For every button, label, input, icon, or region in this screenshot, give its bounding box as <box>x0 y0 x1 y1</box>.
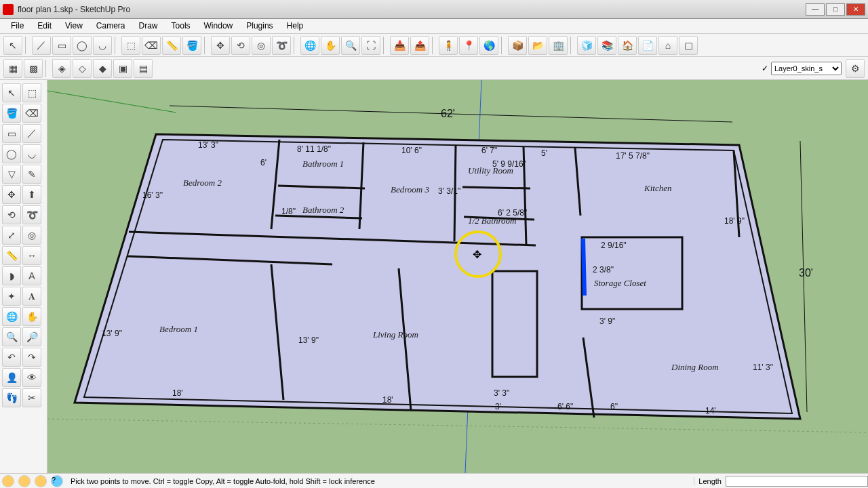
blank-icon[interactable]: ▢ <box>679 36 698 55</box>
svg-text:6' 6": 6' 6" <box>557 402 573 411</box>
status-icon-2[interactable] <box>18 475 31 487</box>
layer-manager-icon[interactable]: ⚙ <box>846 59 865 78</box>
side-rect-icon[interactable]: ▭ <box>2 124 21 143</box>
house-icon[interactable]: 🏠 <box>618 36 637 55</box>
toolbar-secondary: ▦ ▩ ◈ ◇ ◆ ▣ ▤ ✓ Layer0_skin_s ⚙ <box>0 57 868 80</box>
sandbox2-icon[interactable]: ▩ <box>24 59 43 78</box>
side-section-icon[interactable]: ✂ <box>22 388 41 407</box>
sandbox1-icon[interactable]: ▦ <box>3 59 22 78</box>
select-icon[interactable]: ↖ <box>3 36 22 55</box>
side-select-icon[interactable]: ↖ <box>2 83 21 102</box>
tape-icon[interactable]: 📏 <box>162 36 181 55</box>
svg-text:13' 3": 13' 3" <box>198 140 218 150</box>
side-tape-icon[interactable]: 📏 <box>2 246 21 265</box>
building-icon[interactable]: 🏢 <box>549 36 568 55</box>
side-move-icon[interactable]: ✥ <box>2 185 21 204</box>
component-icon[interactable]: 🧊 <box>577 36 596 55</box>
side-protractor-icon[interactable]: ◗ <box>2 266 21 285</box>
offset-icon[interactable]: ◎ <box>252 36 271 55</box>
side-circle-icon[interactable]: ◯ <box>2 144 21 163</box>
menu-file[interactable]: File <box>4 19 31 33</box>
side-eraser-icon[interactable]: ⌫ <box>22 104 41 123</box>
layer-selector: ✓ Layer0_skin_s ⚙ <box>762 58 865 79</box>
menu-window[interactable]: Window <box>197 19 240 33</box>
menu-camera[interactable]: Camera <box>90 19 132 33</box>
share-model-icon[interactable]: 📤 <box>410 36 429 55</box>
roof-icon[interactable]: ⌂ <box>658 36 677 55</box>
side-zoomwin-icon[interactable]: 🔎 <box>22 327 41 346</box>
close-button[interactable]: ✕ <box>846 3 865 16</box>
sandbox4-icon[interactable]: ◇ <box>73 59 92 78</box>
group-icon[interactable]: 📚 <box>597 36 616 55</box>
menu-draw[interactable]: Draw <box>132 19 165 33</box>
side-walk-icon[interactable]: 👣 <box>2 388 21 407</box>
maximize-button[interactable]: □ <box>826 3 845 16</box>
sandbox5-icon[interactable]: ◆ <box>93 59 112 78</box>
circle-icon[interactable]: ◯ <box>73 36 92 55</box>
move-icon[interactable]: ✥ <box>211 36 230 55</box>
help-icon[interactable]: ? <box>51 475 63 487</box>
side-scale-icon[interactable]: ⤢ <box>2 226 21 245</box>
length-input[interactable] <box>726 476 868 487</box>
side-orbit-icon[interactable]: 🌐 <box>2 307 21 326</box>
status-icon-3[interactable] <box>35 475 47 487</box>
viewport[interactable]: 62' 30' <box>47 80 868 473</box>
line-icon[interactable]: ／ <box>32 36 51 55</box>
zoom-icon[interactable]: 🔍 <box>341 36 360 55</box>
import-icon[interactable]: 📂 <box>528 36 547 55</box>
svg-text:3' 3/1": 3' 3/1" <box>438 186 460 196</box>
side-rotate-icon[interactable]: ⟲ <box>2 205 21 224</box>
pushpull-icon[interactable]: ⬚ <box>121 36 140 55</box>
zoom-extents-icon[interactable]: ⛶ <box>361 36 380 55</box>
sandbox7-icon[interactable]: ▤ <box>134 59 153 78</box>
get-models-icon[interactable]: 📥 <box>390 36 409 55</box>
side-arc-icon[interactable]: ◡ <box>22 144 41 163</box>
eraser-icon[interactable]: ⌫ <box>142 36 161 55</box>
page-icon[interactable]: 📄 <box>638 36 657 55</box>
paint-icon[interactable]: 🪣 <box>182 36 201 55</box>
sandbox6-icon[interactable]: ▣ <box>113 59 132 78</box>
status-icon-1[interactable] <box>2 475 14 487</box>
side-line-icon[interactable]: ／ <box>22 124 41 143</box>
svg-text:2 3/8": 2 3/8" <box>593 265 614 274</box>
globe-icon[interactable]: 🌎 <box>479 36 498 55</box>
side-offset-icon[interactable]: ◎ <box>22 226 41 245</box>
side-look-icon[interactable]: 👁 <box>22 368 41 387</box>
side-text-icon[interactable]: A <box>22 266 41 285</box>
side-3dtext-icon[interactable]: 𝐀 <box>22 287 41 306</box>
arc-icon[interactable]: ◡ <box>93 36 112 55</box>
rotate-icon[interactable]: ⟲ <box>231 36 250 55</box>
side-prev-icon[interactable]: ↶ <box>2 348 21 367</box>
side-axes-icon[interactable]: ✦ <box>2 287 21 306</box>
side-pushpull-icon[interactable]: ⬆ <box>22 185 41 204</box>
side-position-icon[interactable]: 👤 <box>2 368 21 387</box>
svg-text:10' 6": 10' 6" <box>401 146 422 155</box>
side-follow-icon[interactable]: ➰ <box>22 205 41 224</box>
layer-dropdown[interactable]: Layer0_skin_s <box>771 62 842 75</box>
orbit-icon[interactable]: 🌐 <box>300 36 319 55</box>
side-pan-icon[interactable]: ✋ <box>22 307 41 326</box>
statusbar: ? Pick two points to move. Ctrl = toggle… <box>0 473 868 488</box>
place-icon[interactable]: 📍 <box>459 36 478 55</box>
side-poly-icon[interactable]: ▽ <box>2 165 21 184</box>
side-next-icon[interactable]: ↷ <box>22 348 41 367</box>
menu-tools[interactable]: Tools <box>165 19 197 33</box>
side-paint-icon[interactable]: 🪣 <box>2 104 21 123</box>
menu-plugins[interactable]: Plugins <box>239 19 279 33</box>
menu-help[interactable]: Help <box>280 19 311 33</box>
side-component-icon[interactable]: ⬚ <box>22 83 41 102</box>
svg-text:6' 2 5/8": 6' 2 5/8" <box>498 208 527 218</box>
svg-text:17' 5 7/8": 17' 5 7/8" <box>616 151 650 161</box>
rectangle-icon[interactable]: ▭ <box>52 36 71 55</box>
person-icon[interactable]: 🧍 <box>439 36 458 55</box>
followme-icon[interactable]: ➰ <box>272 36 291 55</box>
menu-edit[interactable]: Edit <box>31 19 58 33</box>
sandbox3-icon[interactable]: ◈ <box>52 59 71 78</box>
side-zoom-icon[interactable]: 🔍 <box>2 327 21 346</box>
export-icon[interactable]: 📦 <box>508 36 527 55</box>
side-dim-icon[interactable]: ↔ <box>22 246 41 265</box>
menu-view[interactable]: View <box>58 19 90 33</box>
pan-icon[interactable]: ✋ <box>321 36 340 55</box>
minimize-button[interactable]: — <box>806 3 825 16</box>
side-freehand-icon[interactable]: ✎ <box>22 165 41 184</box>
